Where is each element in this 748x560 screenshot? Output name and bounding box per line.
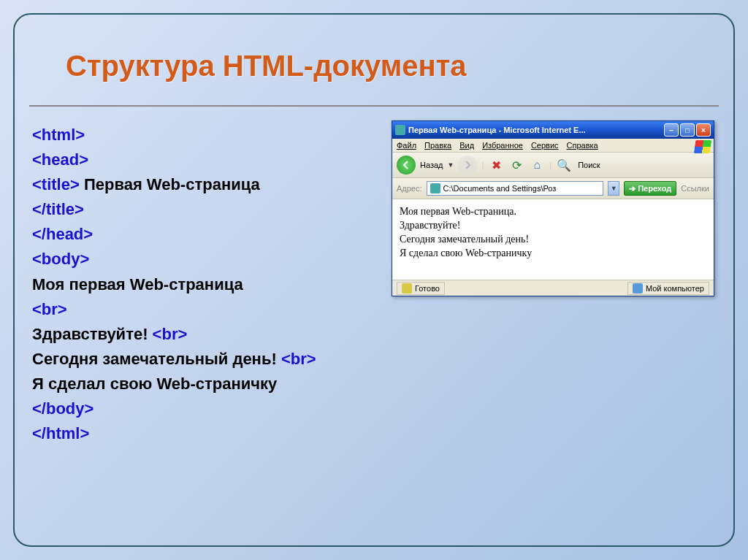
menu-edit[interactable]: Правка xyxy=(424,141,451,150)
address-input[interactable]: C:\Documents and Settings\Роз xyxy=(427,181,604,196)
content-line: Я сделал свою Web-страничку xyxy=(400,247,706,261)
browser-titlebar[interactable]: Первая Web-страница - Microsoft Internet… xyxy=(392,121,714,139)
code-tag: </head> xyxy=(32,225,93,243)
page-icon xyxy=(402,283,412,294)
status-zone-label: Мой компьютер xyxy=(646,284,704,293)
code-tag: <br> xyxy=(32,300,67,318)
statusbar: Готово Мой компьютер xyxy=(392,280,714,296)
code-text: Сегодня замечательный день! xyxy=(32,350,281,368)
address-dropdown-icon[interactable]: ▼ xyxy=(608,181,619,196)
computer-icon xyxy=(633,283,643,294)
code-tag: <title> xyxy=(32,175,80,193)
back-button[interactable] xyxy=(397,156,416,174)
code-tag: <head> xyxy=(32,150,88,169)
window-title: Первая Web-страница - Microsoft Internet… xyxy=(408,126,664,134)
address-value: C:\Documents and Settings\Роз xyxy=(443,184,557,193)
code-tag: <br> xyxy=(281,350,316,368)
go-arrow-icon: ➔ xyxy=(629,184,636,193)
search-icon[interactable]: 🔍 xyxy=(556,157,572,173)
code-text: Первая Web-страница xyxy=(80,175,260,193)
html-code-example: <html> <head> <title> Первая Web-страниц… xyxy=(32,123,316,446)
back-label: Назад xyxy=(420,161,443,169)
toolbar: Назад ▼ | ✖ ⟳ ⌂ | 🔍 Поиск xyxy=(392,153,714,178)
status-zone: Мой компьютер xyxy=(627,282,709,295)
back-dropdown-icon[interactable]: ▼ xyxy=(448,161,454,169)
address-label: Адрес: xyxy=(397,184,422,193)
code-tag: </title> xyxy=(32,200,84,218)
content-line: Моя первая Web-страница. xyxy=(400,205,706,219)
content-line: Сегодня замечательный день! xyxy=(400,233,706,247)
go-button[interactable]: ➔ Переход xyxy=(624,181,676,196)
windows-flag-icon xyxy=(694,140,712,153)
refresh-button[interactable]: ⟳ xyxy=(508,157,524,173)
code-tag: </body> xyxy=(32,399,94,418)
status-ready: Готово xyxy=(397,282,445,295)
code-tag: <br> xyxy=(153,325,188,343)
maximize-button[interactable]: □ xyxy=(680,123,695,137)
browser-window: Первая Web-страница - Microsoft Internet… xyxy=(392,120,714,296)
status-ready-label: Готово xyxy=(415,284,440,293)
menubar: Файл Правка Вид Избранное Сервис Справка xyxy=(392,139,714,153)
go-label: Переход xyxy=(638,184,671,193)
code-tag: </html> xyxy=(32,424,89,442)
menu-file[interactable]: Файл xyxy=(397,141,416,150)
code-tag: <html> xyxy=(32,126,85,144)
home-button[interactable]: ⌂ xyxy=(529,157,545,173)
forward-button xyxy=(458,156,477,174)
search-label: Поиск xyxy=(578,161,600,169)
close-button[interactable]: × xyxy=(696,123,711,137)
menu-view[interactable]: Вид xyxy=(459,141,474,150)
content-line: Здравствуйте! xyxy=(400,219,706,233)
ie-icon xyxy=(395,125,405,135)
code-tag: <body> xyxy=(32,250,89,268)
stop-button[interactable]: ✖ xyxy=(488,157,504,173)
slide-title: Структура HTML-документа xyxy=(66,50,467,83)
addressbar: Адрес: C:\Documents and Settings\Роз ▼ ➔… xyxy=(392,178,714,199)
title-underline xyxy=(29,105,719,107)
menu-favorites[interactable]: Избранное xyxy=(482,141,523,150)
code-text: Здравствуйте! xyxy=(32,325,153,343)
links-label[interactable]: Ссылки xyxy=(681,184,709,193)
code-text: Я сделал свою Web-страничку xyxy=(32,375,277,393)
menu-tools[interactable]: Сервис xyxy=(531,141,559,150)
menu-help[interactable]: Справка xyxy=(567,141,598,150)
minimize-button[interactable]: – xyxy=(664,123,679,137)
code-text: Моя первая Web-страница xyxy=(32,275,243,294)
browser-content: Моя первая Web-страница. Здравствуйте! С… xyxy=(392,199,714,280)
page-icon xyxy=(430,183,440,193)
